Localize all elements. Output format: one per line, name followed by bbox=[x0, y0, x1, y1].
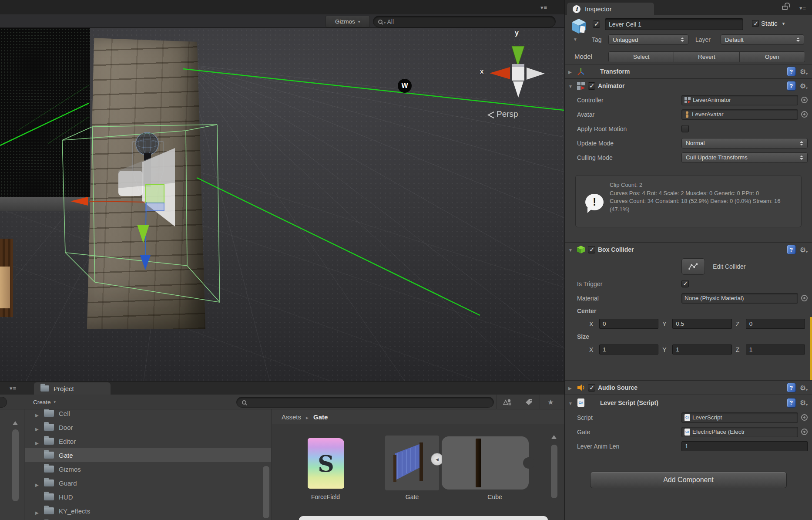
object-picker-icon[interactable] bbox=[801, 414, 808, 421]
icon-picker-arrow[interactable] bbox=[573, 37, 577, 42]
fold-arrow-icon[interactable] bbox=[568, 68, 576, 75]
active-checkbox[interactable] bbox=[593, 20, 600, 28]
model-revert-button[interactable]: Revert bbox=[674, 52, 739, 62]
center-z-field[interactable]: 0 bbox=[746, 319, 805, 329]
transform-header[interactable]: Transform bbox=[565, 64, 812, 78]
object-picker-icon[interactable] bbox=[801, 429, 808, 435]
model-cube-icon[interactable] bbox=[569, 17, 588, 36]
controller-field[interactable]: LeverAnimator bbox=[681, 95, 798, 105]
anim-len-field[interactable]: 1 bbox=[681, 441, 808, 451]
box-collider-header[interactable]: Box Collider bbox=[565, 242, 812, 257]
folder-row-selected[interactable]: Gate bbox=[25, 448, 271, 462]
help-icon[interactable] bbox=[787, 67, 796, 76]
folder-row[interactable]: Materials bbox=[25, 518, 271, 520]
tab-project[interactable]: Project bbox=[34, 382, 111, 395]
is-trigger-checkbox[interactable] bbox=[681, 280, 689, 287]
scroll-up-arrow-icon[interactable] bbox=[13, 421, 18, 425]
model-select-button[interactable]: Select bbox=[609, 52, 674, 62]
scene-view-panel[interactable]: W y x Persp Gizmos All bbox=[0, 0, 564, 381]
gizmos-dropdown[interactable]: Gizmos bbox=[325, 16, 370, 27]
audio-source-header[interactable]: Audio Source bbox=[565, 380, 812, 395]
help-icon[interactable] bbox=[787, 383, 796, 392]
waypoint-badge[interactable]: W bbox=[398, 79, 412, 93]
fold-arrow-icon[interactable] bbox=[568, 399, 576, 407]
edit-collider-button[interactable] bbox=[681, 258, 705, 275]
fold-arrow-icon[interactable] bbox=[568, 246, 576, 253]
lever-script-header[interactable]: Lever Script (Script) bbox=[565, 395, 812, 410]
box-collider-enabled-checkbox[interactable] bbox=[588, 246, 595, 253]
tab-inspector[interactable]: Inspector bbox=[567, 3, 654, 15]
create-button[interactable]: Create bbox=[29, 397, 60, 407]
object-picker-icon[interactable] bbox=[801, 295, 808, 301]
gate-field[interactable]: ElectricPlace (Electr bbox=[681, 427, 798, 437]
expand-arrow-icon[interactable] bbox=[35, 508, 39, 516]
update-mode-dropdown[interactable]: Normal bbox=[681, 138, 808, 149]
folder-row[interactable]: Door bbox=[25, 420, 271, 434]
filter-by-type-button[interactable] bbox=[496, 395, 518, 409]
scene-panel-menu-icon[interactable] bbox=[540, 3, 547, 11]
project-search-field[interactable] bbox=[236, 397, 494, 408]
tag-dropdown[interactable]: Untagged bbox=[608, 34, 688, 45]
asset-label[interactable]: Gate bbox=[386, 493, 438, 500]
script-field[interactable]: LeverScript bbox=[681, 412, 798, 423]
gear-icon[interactable] bbox=[800, 68, 808, 76]
favorites-button[interactable] bbox=[540, 395, 561, 409]
help-icon[interactable] bbox=[787, 398, 796, 408]
gear-icon[interactable] bbox=[800, 384, 808, 392]
asset-thumbnail-gate-selected[interactable] bbox=[385, 436, 439, 490]
axis-x-label[interactable]: x bbox=[480, 68, 483, 75]
culling-mode-dropdown[interactable]: Cull Update Transforms bbox=[681, 152, 808, 163]
breadcrumb-current[interactable]: Gate bbox=[313, 413, 328, 421]
folder-row[interactable]: Editor bbox=[25, 434, 271, 448]
expand-arrow-icon[interactable] bbox=[35, 425, 39, 432]
object-picker-icon[interactable] bbox=[801, 97, 808, 103]
folder-row[interactable]: KY_effects bbox=[25, 504, 271, 518]
gear-icon[interactable] bbox=[800, 246, 808, 254]
tree-scrollbar-thumb[interactable] bbox=[263, 466, 269, 518]
center-x-field[interactable]: 0 bbox=[599, 319, 658, 329]
expand-arrow-icon[interactable] bbox=[35, 480, 39, 488]
asset-thumbnail-forcefield[interactable]: S bbox=[308, 438, 344, 489]
folder-row[interactable]: Guard bbox=[25, 476, 271, 490]
model-open-button[interactable]: Open bbox=[739, 52, 805, 62]
asset-label[interactable]: Cube bbox=[469, 493, 521, 500]
folder-row[interactable]: HUD bbox=[25, 490, 271, 504]
asset-scrollbar-thumb[interactable] bbox=[551, 445, 557, 498]
scene-search-field[interactable]: All bbox=[373, 16, 556, 27]
size-x-field[interactable]: 1 bbox=[599, 344, 658, 355]
size-z-field[interactable]: 1 bbox=[746, 344, 805, 355]
center-y-field[interactable]: 0.5 bbox=[672, 319, 731, 329]
folder-row[interactable]: Cell bbox=[25, 409, 271, 420]
axis-y-label[interactable]: y bbox=[515, 29, 519, 37]
animator-enabled-checkbox[interactable] bbox=[588, 82, 595, 90]
gear-icon[interactable] bbox=[800, 82, 808, 90]
lock-icon[interactable] bbox=[782, 6, 788, 10]
expand-arrow-icon[interactable] bbox=[35, 439, 39, 446]
help-icon[interactable] bbox=[787, 245, 796, 254]
static-toggle[interactable]: Static bbox=[752, 20, 785, 27]
asset-scroll-up-icon[interactable] bbox=[551, 435, 557, 439]
gear-icon[interactable] bbox=[800, 398, 808, 407]
asset-label[interactable]: ForceField bbox=[299, 493, 352, 500]
object-picker-icon[interactable] bbox=[801, 111, 808, 118]
add-component-button[interactable]: Add Component bbox=[590, 472, 787, 488]
gameobject-name-field[interactable]: Lever Cell 1 bbox=[605, 18, 743, 30]
folder-row[interactable]: Gizmos bbox=[25, 462, 271, 476]
left-panel-menu-icon[interactable] bbox=[10, 384, 17, 392]
layer-dropdown[interactable]: Default bbox=[721, 34, 804, 45]
fold-arrow-icon[interactable] bbox=[568, 82, 576, 90]
animator-header[interactable]: Animator bbox=[565, 78, 812, 93]
audio-source-enabled-checkbox[interactable] bbox=[588, 384, 595, 392]
static-checkbox[interactable] bbox=[752, 20, 759, 27]
expand-arrow-icon[interactable] bbox=[35, 411, 39, 418]
material-field[interactable]: None (Physic Material) bbox=[681, 293, 798, 304]
fold-arrow-icon[interactable] bbox=[568, 384, 576, 392]
asset-thumbnail-cube[interactable] bbox=[442, 436, 529, 490]
scrollbar-thumb[interactable] bbox=[12, 429, 19, 501]
size-y-field[interactable]: 1 bbox=[672, 344, 731, 355]
avatar-field[interactable]: LeverAvatar bbox=[681, 109, 798, 120]
inspector-menu-icon[interactable] bbox=[799, 4, 806, 12]
filter-by-label-button[interactable] bbox=[518, 395, 540, 409]
breadcrumb-root[interactable]: Assets bbox=[282, 413, 301, 421]
root-motion-checkbox[interactable] bbox=[681, 125, 689, 132]
